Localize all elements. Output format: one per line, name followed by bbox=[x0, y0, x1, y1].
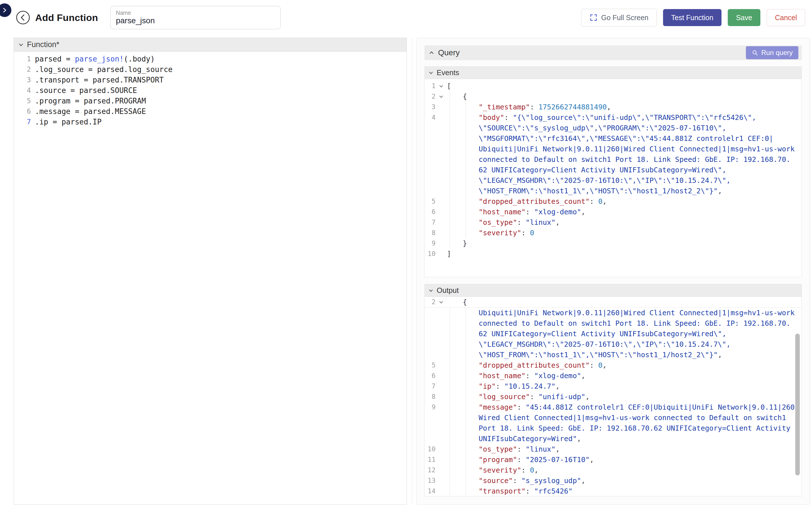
indent-guide bbox=[466, 102, 466, 238]
top-toolbar: Add Function Name parse_json Go Full Scr… bbox=[0, 0, 812, 35]
json-line-number bbox=[426, 423, 435, 433]
json-line-number bbox=[426, 154, 435, 165]
chevron-down-icon bbox=[428, 70, 434, 76]
output-scrollbar[interactable] bbox=[795, 334, 800, 475]
json-line-number: 14 bbox=[426, 486, 435, 496]
json-line: 5"dropped_attributes_count": 0, bbox=[425, 196, 802, 207]
fold-gutter bbox=[435, 318, 447, 329]
chevron-down-icon bbox=[18, 42, 24, 48]
fold-gutter bbox=[435, 475, 447, 486]
fold-toggle[interactable] bbox=[435, 297, 447, 307]
json-line-content: "host_name": "xlog-demo", bbox=[447, 371, 585, 381]
json-line-number: 12 bbox=[426, 465, 435, 475]
json-line: 12"severity": 0, bbox=[425, 465, 802, 475]
json-line: 8"severity": 0 bbox=[425, 228, 802, 238]
json-line-content: 62 UNIFICategory=Client Activity UNIFIsu… bbox=[447, 165, 726, 175]
fold-gutter bbox=[435, 133, 447, 144]
fold-gutter bbox=[435, 154, 447, 165]
test-function-button[interactable]: Test Function bbox=[663, 9, 722, 26]
json-line-number bbox=[426, 165, 435, 175]
json-line-number bbox=[426, 307, 435, 318]
chevron-up-icon bbox=[428, 50, 435, 56]
panel-divider bbox=[412, 38, 412, 505]
events-json-viewer[interactable]: 1[2{3"_timestamp": 1752662744881490,4"bo… bbox=[425, 79, 802, 277]
json-line-number bbox=[426, 329, 435, 339]
fold-gutter bbox=[435, 144, 447, 154]
indent-guide bbox=[450, 307, 450, 496]
fold-gutter bbox=[435, 196, 447, 207]
function-section-header[interactable]: Function* bbox=[14, 38, 407, 52]
save-button[interactable]: Save bbox=[728, 9, 760, 26]
output-section-header[interactable]: Output bbox=[425, 284, 802, 297]
indent-guide bbox=[450, 91, 450, 249]
json-line: Ubiquiti|UniFi Network|9.0.11|260|Wired … bbox=[425, 307, 802, 318]
code-line[interactable]: 2.log_source = parsed.log_source bbox=[20, 65, 407, 75]
json-line-content: "os_type": "linux", bbox=[447, 444, 560, 455]
line-number: 2 bbox=[20, 65, 31, 75]
back-icon bbox=[16, 10, 30, 25]
fold-gutter bbox=[435, 165, 447, 175]
fold-toggle[interactable] bbox=[435, 91, 447, 102]
code-text: parsed = parse_json!(.body) bbox=[35, 54, 155, 65]
json-line: 10"os_type": "linux", bbox=[425, 444, 802, 455]
json-line: 6"host_name": "xlog-demo", bbox=[425, 207, 802, 217]
json-line: 2{ bbox=[425, 297, 802, 307]
fold-gutter bbox=[435, 486, 447, 496]
json-line: 62 UNIFICategory=Client Activity UNIFIsu… bbox=[425, 165, 802, 175]
function-name-field[interactable]: Name parse_json bbox=[110, 6, 281, 29]
json-line-number bbox=[426, 413, 435, 423]
function-section-label: Function* bbox=[27, 40, 59, 49]
json-line: \"HOST_FROM\":\"host1_1\",\"HOST\":\"hos… bbox=[425, 186, 802, 196]
events-label: Events bbox=[437, 68, 459, 77]
json-line: 9} bbox=[425, 238, 802, 249]
json-line-content: "dropped_attributes_count": 0, bbox=[447, 360, 607, 371]
json-line-number: 10 bbox=[426, 444, 435, 455]
json-line-number: 6 bbox=[426, 371, 435, 381]
search-icon bbox=[751, 49, 759, 56]
json-line: 14"transport": "rfc5426" bbox=[425, 486, 802, 496]
json-line-number: 9 bbox=[426, 238, 435, 249]
json-line-number bbox=[426, 349, 435, 360]
back-button[interactable] bbox=[16, 10, 30, 25]
fold-gutter bbox=[435, 339, 447, 349]
code-line[interactable]: 7.ip = parsed.IP bbox=[20, 117, 407, 127]
json-line-number: 5 bbox=[426, 360, 435, 371]
function-editor-panel: Function* 1parsed = parse_json!(.body)2.… bbox=[14, 38, 407, 505]
code-line[interactable]: 3.transport = parsed.TRANSPORT bbox=[20, 75, 407, 85]
output-section: Output 2{ Ubiquiti|UniFi Network|9.0.11|… bbox=[424, 284, 802, 496]
json-line: \"MSGFORMAT\":\"rfc3164\",\"MESSAGE\":\"… bbox=[425, 133, 802, 144]
json-line-number bbox=[426, 186, 435, 196]
events-section-header[interactable]: Events bbox=[425, 67, 802, 79]
json-line: connected to Default on switch1 Port 18.… bbox=[425, 154, 802, 165]
json-line-content: ] bbox=[447, 249, 451, 259]
run-query-label: Run query bbox=[761, 49, 793, 57]
code-text: .program = parsed.PROGRAM bbox=[35, 96, 146, 106]
code-line[interactable]: 1parsed = parse_json!(.body) bbox=[20, 54, 407, 65]
function-code-editor[interactable]: 1parsed = parse_json!(.body)2.log_source… bbox=[14, 52, 407, 504]
events-section: Events 1[2{3"_timestamp": 17526627448814… bbox=[424, 66, 802, 277]
json-line: \"LEGACY_MSGHDR\":\"2025-07-16T10:\",\"I… bbox=[425, 339, 802, 349]
code-line[interactable]: 4.source = parsed.SOURCE bbox=[20, 85, 407, 96]
json-line-number: 8 bbox=[426, 228, 435, 238]
fold-gutter bbox=[435, 238, 447, 249]
code-line[interactable]: 5.program = parsed.PROGRAM bbox=[20, 96, 407, 106]
fold-gutter bbox=[435, 249, 447, 259]
json-line-number: 8 bbox=[426, 391, 435, 402]
fold-gutter bbox=[435, 371, 447, 381]
json-line-number: 11 bbox=[426, 455, 435, 465]
cancel-button[interactable]: Cancel bbox=[767, 9, 805, 26]
query-section-header[interactable]: Query Run query bbox=[424, 45, 802, 60]
fold-gutter bbox=[435, 423, 447, 433]
json-line-number: 7 bbox=[426, 381, 435, 391]
go-full-screen-button[interactable]: Go Full Screen bbox=[581, 9, 657, 26]
json-line-number bbox=[426, 123, 435, 133]
code-line[interactable]: 6.message = parsed.MESSAGE bbox=[20, 106, 407, 117]
run-query-button[interactable]: Run query bbox=[746, 46, 798, 59]
json-line-content: Port 18. Link Speed: GbE. IP: 192.168.70… bbox=[447, 423, 790, 433]
output-json-viewer[interactable]: 2{ Ubiquiti|UniFi Network|9.0.11|260|Wir… bbox=[425, 297, 802, 496]
fold-toggle[interactable] bbox=[435, 81, 447, 91]
fold-gutter bbox=[435, 307, 447, 318]
json-line-content: "log_source": "unifi-udp", bbox=[447, 391, 589, 402]
json-line: 2{ bbox=[425, 91, 802, 102]
json-line: 11"program": "2025-07-16T10", bbox=[425, 455, 802, 465]
